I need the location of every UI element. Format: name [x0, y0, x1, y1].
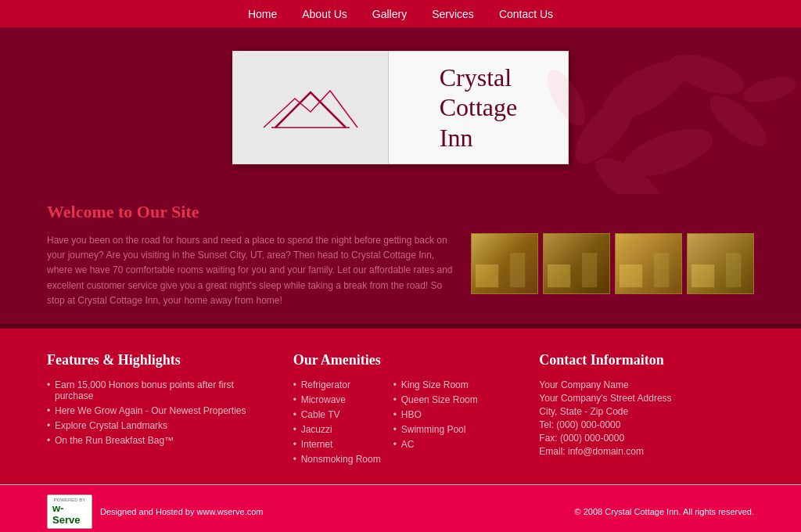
main-nav: HomeAbout UsGalleryServicesContact Us	[0, 0, 801, 27]
feature-item: Here We Grow Again - Our Newest Properti…	[47, 405, 262, 416]
svg-rect-9	[476, 264, 498, 287]
svg-rect-11	[548, 264, 570, 287]
features-list: Earn 15,000 Honors bonus points after fi…	[47, 379, 262, 446]
footer-left: POWERED BY w-Serve Designed and Hosted b…	[47, 494, 263, 529]
svg-rect-16	[726, 253, 742, 287]
amenity-item: Cable TV	[293, 409, 381, 420]
amenity-item: HBO	[393, 409, 478, 420]
svg-rect-14	[654, 253, 670, 287]
features-heading: Features & Highlights	[47, 352, 262, 368]
amenity-item: King Size Room	[393, 379, 478, 390]
svg-rect-15	[691, 264, 714, 287]
welcome-content: Have you been on the road for hours and …	[47, 233, 754, 308]
nav-item-services[interactable]: Services	[432, 8, 474, 20]
amenity-item: Nonsmoking Room	[293, 454, 381, 465]
contact-address: Your Company's Street Address	[539, 393, 754, 404]
amenity-item: Refrigerator	[293, 379, 381, 390]
amenities-inner: RefrigeratorMicrowaveCable TVJacuzziInte…	[293, 379, 508, 469]
contact-heading: Contact Informaiton	[539, 352, 754, 368]
mountain-logo-icon	[260, 77, 361, 139]
nav-item-home[interactable]: Home	[248, 8, 277, 20]
wserve-logo: w-Serve	[52, 502, 87, 526]
svg-point-6	[741, 72, 799, 107]
contact-tel: Tel: (000) 000-0000	[539, 419, 754, 430]
features-column: Features & Highlights Earn 15,000 Honors…	[47, 352, 262, 469]
amenities-column: Our Amenities RefrigeratorMicrowaveCable…	[293, 352, 508, 469]
svg-rect-13	[620, 264, 642, 287]
contact-fax: Fax: (000) 000-0000	[539, 433, 754, 444]
room-image-4	[687, 233, 754, 294]
amenity-item: AC	[393, 439, 478, 450]
feature-item: Earn 15,000 Honors bonus points after fi…	[47, 379, 262, 401]
bg-leaves-icon	[488, 27, 801, 194]
bottom-section: Features & Highlights Earn 15,000 Honors…	[0, 329, 801, 484]
welcome-heading: Welcome to Our Site	[47, 202, 754, 222]
nav-item-gallery[interactable]: Gallery	[372, 8, 407, 20]
hero-section: Crystal Cottage Inn	[0, 27, 801, 194]
svg-rect-10	[510, 253, 526, 287]
contact-name: Your Company Name	[539, 379, 754, 390]
svg-point-1	[665, 46, 749, 102]
svg-rect-12	[582, 253, 598, 287]
feature-item: Explore Crystal Landmarks	[47, 420, 262, 431]
room-image-3	[615, 233, 682, 294]
room-images	[471, 233, 754, 308]
amenity-item: Microwave	[293, 394, 381, 405]
wserve-badge: POWERED BY w-Serve	[47, 494, 92, 529]
nav-item-about-us[interactable]: About Us	[302, 8, 347, 20]
room-image-1	[471, 233, 538, 294]
welcome-section: Welcome to Our Site Have you been on the…	[0, 194, 801, 324]
nav-item-contact-us[interactable]: Contact Us	[499, 8, 553, 20]
amenities-list-1: RefrigeratorMicrowaveCable TVJacuzziInte…	[293, 379, 381, 469]
amenity-item: Swimming Pool	[393, 424, 478, 435]
footer-copyright: © 2008 Crystal Cottage Inn. All rights r…	[575, 507, 754, 516]
svg-point-5	[540, 64, 593, 131]
contact-email: Email: info@domain.com	[539, 446, 754, 457]
amenities-heading: Our Amenities	[293, 352, 508, 368]
footer-designed-text: Designed and Hosted by www.wserve.com	[100, 507, 263, 516]
contact-column: Contact Informaiton Your Company Name Yo…	[539, 352, 754, 469]
amenity-item: Internet	[293, 439, 381, 450]
contact-city: City, State - Zip Code	[539, 406, 754, 417]
logo-left-panel	[233, 52, 389, 164]
amenities-list-2: King Size RoomQueen Size RoomHBOSwimming…	[393, 379, 478, 469]
amenity-item: Queen Size Room	[393, 394, 478, 405]
amenity-item: Jacuzzi	[293, 424, 381, 435]
welcome-text: Have you been on the road for hours and …	[47, 233, 455, 308]
footer: POWERED BY w-Serve Designed and Hosted b…	[0, 484, 801, 532]
feature-item: On the Run Breakfast Bag™	[47, 435, 262, 446]
room-image-2	[543, 233, 610, 294]
